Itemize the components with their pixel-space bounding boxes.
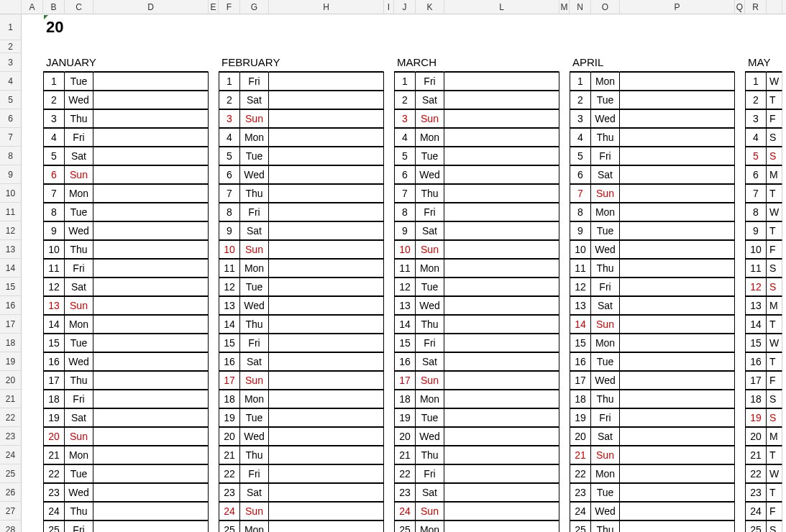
day-number[interactable]: 13: [219, 296, 240, 315]
day-number[interactable]: 1: [394, 72, 416, 91]
day-name[interactable]: Tue: [65, 203, 93, 221]
col-header[interactable]: C: [65, 0, 93, 14]
day-number[interactable]: 19: [394, 408, 416, 427]
day-number[interactable]: 8: [745, 203, 767, 221]
day-notes[interactable]: [444, 128, 559, 147]
day-name[interactable]: Wed: [591, 371, 620, 390]
day-name[interactable]: Mon: [65, 315, 93, 334]
day-notes[interactable]: [269, 296, 384, 315]
day-name[interactable]: Fri: [416, 464, 444, 483]
day-notes[interactable]: [93, 408, 209, 427]
day-notes[interactable]: [444, 72, 559, 91]
day-number[interactable]: 5: [745, 147, 767, 165]
cell[interactable]: [22, 315, 43, 334]
day-number[interactable]: 24: [394, 502, 416, 520]
cell[interactable]: [384, 408, 394, 427]
day-notes[interactable]: [269, 352, 384, 371]
day-name[interactable]: Fri: [65, 520, 93, 532]
cell[interactable]: [209, 352, 219, 371]
cell[interactable]: [735, 72, 745, 91]
day-name[interactable]: Tue: [591, 483, 620, 502]
day-name[interactable]: Mon: [416, 520, 444, 532]
cell[interactable]: [209, 165, 219, 184]
row-header[interactable]: 7: [0, 128, 22, 147]
day-number[interactable]: 24: [570, 502, 591, 520]
day-number[interactable]: 10: [394, 240, 416, 259]
day-number[interactable]: 17: [745, 371, 767, 390]
day-number[interactable]: 14: [745, 315, 767, 334]
cell[interactable]: [22, 165, 43, 184]
cell[interactable]: [735, 464, 745, 483]
day-number[interactable]: 18: [43, 390, 65, 408]
day-number[interactable]: 1: [219, 72, 240, 91]
day-name[interactable]: Sat: [65, 278, 93, 296]
cell[interactable]: [767, 40, 782, 53]
cell[interactable]: [22, 427, 43, 446]
day-name[interactable]: Tue: [591, 221, 620, 240]
day-number[interactable]: 5: [43, 147, 65, 165]
day-notes[interactable]: [269, 147, 384, 165]
cell[interactable]: [559, 165, 570, 184]
day-notes[interactable]: [444, 464, 559, 483]
day-notes[interactable]: [269, 483, 384, 502]
cell[interactable]: [209, 520, 219, 532]
cell[interactable]: [384, 14, 394, 40]
day-notes[interactable]: [269, 240, 384, 259]
cell[interactable]: [394, 14, 416, 40]
day-name[interactable]: W: [767, 464, 782, 483]
cell[interactable]: [559, 334, 570, 352]
day-notes[interactable]: [444, 334, 559, 352]
day-name[interactable]: Tue: [240, 147, 269, 165]
day-notes[interactable]: [93, 446, 209, 464]
day-name[interactable]: Tue: [416, 278, 444, 296]
day-notes[interactable]: [620, 165, 735, 184]
day-name[interactable]: Sat: [416, 483, 444, 502]
day-notes[interactable]: [620, 147, 735, 165]
day-name[interactable]: Sun: [591, 315, 620, 334]
day-number[interactable]: 4: [43, 128, 65, 147]
day-name[interactable]: S: [767, 128, 782, 147]
day-number[interactable]: 8: [394, 203, 416, 221]
cell[interactable]: [570, 40, 591, 53]
day-number[interactable]: 21: [219, 446, 240, 464]
cell[interactable]: [209, 53, 219, 72]
cell[interactable]: [735, 352, 745, 371]
day-name[interactable]: Sun: [591, 446, 620, 464]
cell[interactable]: [559, 408, 570, 427]
day-name[interactable]: Fri: [591, 147, 620, 165]
cell[interactable]: [735, 296, 745, 315]
day-name[interactable]: Mon: [240, 128, 269, 147]
day-notes[interactable]: [269, 278, 384, 296]
row-header[interactable]: 3: [0, 53, 22, 72]
day-name[interactable]: M: [767, 165, 782, 184]
cell[interactable]: [22, 72, 43, 91]
row-header[interactable]: 2: [0, 40, 22, 53]
day-notes[interactable]: [444, 371, 559, 390]
day-notes[interactable]: [444, 352, 559, 371]
day-number[interactable]: 15: [43, 334, 65, 352]
day-name[interactable]: W: [767, 203, 782, 221]
row-header[interactable]: 8: [0, 147, 22, 165]
day-name[interactable]: Fri: [416, 334, 444, 352]
day-number[interactable]: 5: [219, 147, 240, 165]
day-name[interactable]: Wed: [240, 427, 269, 446]
row-header[interactable]: 22: [0, 408, 22, 427]
cell[interactable]: [735, 502, 745, 520]
day-notes[interactable]: [93, 352, 209, 371]
cell[interactable]: [559, 371, 570, 390]
cell[interactable]: [735, 14, 745, 40]
cell[interactable]: [559, 259, 570, 278]
cell[interactable]: [22, 408, 43, 427]
cell[interactable]: [559, 221, 570, 240]
day-notes[interactable]: [93, 390, 209, 408]
day-notes[interactable]: [444, 408, 559, 427]
day-number[interactable]: 10: [219, 240, 240, 259]
cell[interactable]: [209, 14, 219, 40]
day-name[interactable]: T: [767, 315, 782, 334]
cell[interactable]: [559, 72, 570, 91]
col-header[interactable]: L: [444, 0, 559, 14]
day-notes[interactable]: [444, 147, 559, 165]
cell[interactable]: [384, 296, 394, 315]
cell[interactable]: [559, 278, 570, 296]
cell[interactable]: [444, 53, 559, 72]
